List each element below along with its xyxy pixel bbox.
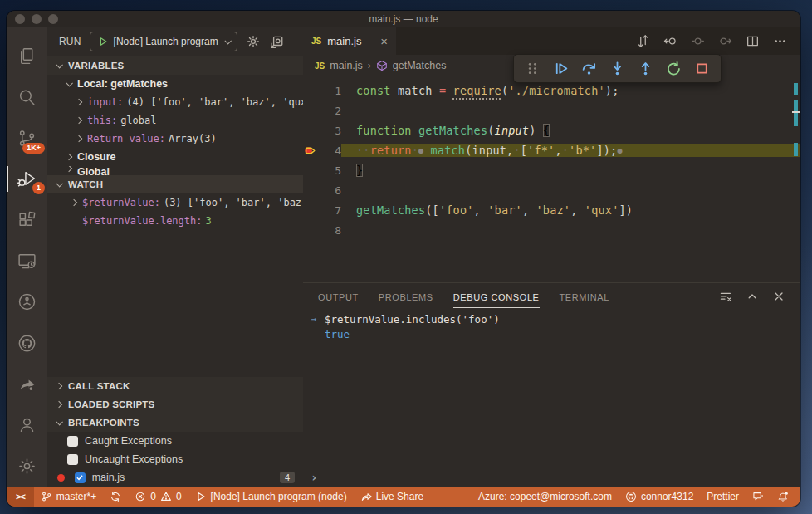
twistie-down-icon[interactable] (64, 81, 74, 86)
variable-row[interactable]: Local: getMatches (47, 75, 303, 93)
breakpoint-row[interactable]: main.js4 (47, 468, 303, 487)
activity-remote-explorer-icon[interactable] (7, 241, 47, 281)
twistie-right-icon[interactable] (74, 100, 84, 105)
line-number: 8 (317, 224, 341, 237)
status-text: [Node] Launch program (node) (211, 491, 347, 502)
activity-live-share-icon[interactable] (7, 364, 47, 404)
git-branch-status[interactable]: master*+ (34, 487, 103, 507)
code-line[interactable]: 6 (303, 180, 800, 200)
activity-source-control-icon[interactable]: 1K+ (7, 118, 47, 159)
code-text: const match = require('./micromatch'); (341, 84, 800, 97)
panel-tab-debug-console[interactable]: DEBUG CONSOLE (453, 286, 540, 308)
editor-group: JS main.js × JS main.js › getMatches 1co… (303, 27, 800, 487)
twistie-right-icon[interactable] (64, 154, 74, 159)
twistie-right-icon[interactable] (69, 200, 79, 205)
notifications-status[interactable] (770, 487, 795, 507)
checkbox-checked[interactable] (75, 472, 86, 483)
variables-section-header[interactable]: VARIABLES (47, 56, 303, 75)
split-editor--icon[interactable] (746, 34, 760, 48)
open-debug-console-icon[interactable] (269, 34, 284, 49)
watch-section-header[interactable]: WATCH (47, 175, 303, 193)
console-input[interactable]: › (303, 468, 800, 487)
step-over-icon[interactable] (578, 57, 600, 80)
maximize-panel-icon[interactable] (746, 290, 759, 303)
loaded-scripts-section-header[interactable]: LOADED SCRIPTS (47, 395, 303, 414)
azure-account-status[interactable]: Azure: copeet@microsoft.com (472, 487, 619, 507)
breakpoints-section-header[interactable]: BREAKPOINTS (47, 414, 303, 432)
breakpoint-row[interactable]: Caught Exceptions (47, 432, 303, 450)
variable-row[interactable]: Closure (47, 148, 303, 166)
breadcrumb-symbol[interactable]: getMatches (393, 60, 447, 71)
twistie-right-icon[interactable] (74, 136, 84, 141)
debug-settings-gear-icon[interactable] (246, 34, 261, 49)
remote-indicator[interactable]: >< (7, 487, 34, 507)
change-indicator-icon[interactable] (691, 34, 705, 48)
breakpoint-count-badge: 4 (280, 472, 295, 483)
breakpoint-current-arrow-icon[interactable] (303, 144, 317, 157)
sync-status[interactable] (103, 487, 128, 507)
activity-accounts-icon[interactable] (7, 404, 47, 445)
code-line-current[interactable]: 4··return·● match(input,·['f*',·'b*']);● (303, 140, 800, 160)
next-change--icon[interactable] (718, 34, 732, 48)
watch-row[interactable]: $returnValue.length: 3 (47, 212, 303, 230)
debug-console[interactable]: → $returnValue.includes('foo') true › (303, 310, 800, 487)
line-number: 3 (317, 125, 341, 137)
activity-run-and-debug-icon[interactable]: 1 (7, 159, 47, 199)
panel-tab-problems[interactable]: PROBLEMS (379, 286, 433, 308)
more-actions--icon[interactable] (773, 34, 787, 48)
variable-row[interactable]: Global (47, 166, 303, 175)
js-file-icon: JS (311, 37, 321, 46)
problems-status[interactable]: 00 (128, 487, 188, 507)
vscode-window: main.js — node 1K+1 RUN [Node] Launch pr… (7, 11, 800, 507)
live-share-status[interactable]: Live Share (354, 487, 430, 507)
panel-tab-terminal[interactable]: TERMINAL (560, 286, 609, 308)
close-panel-icon[interactable] (772, 290, 785, 303)
prettier-status[interactable]: Prettier (700, 487, 746, 507)
panel-tab-output[interactable]: OUTPUT (318, 286, 359, 308)
code-line[interactable]: 7getMatches(['foo', 'bar', 'baz', 'qux']… (303, 200, 800, 220)
code-line[interactable]: 5} (303, 160, 800, 180)
activity-search-icon[interactable] (7, 76, 47, 117)
twistie-right-icon[interactable] (64, 166, 74, 171)
run-label: RUN (59, 36, 81, 47)
breadcrumb-file[interactable]: main.js (330, 60, 363, 71)
checkbox-unchecked[interactable] (67, 454, 78, 465)
variable-value: (3) ['foo', 'bar', 'baz'] (164, 197, 303, 208)
step-into-icon[interactable] (606, 57, 629, 80)
status-text: 0 (176, 491, 182, 502)
activity-github-icon[interactable] (7, 323, 47, 364)
code-line[interactable]: 1const match = require('./micromatch'); (303, 81, 800, 100)
close-tab-icon[interactable]: × (380, 35, 388, 47)
activity-extensions-icon[interactable] (7, 199, 47, 240)
clear-console-icon[interactable] (719, 290, 732, 303)
tab-main-js[interactable]: JS main.js × (303, 27, 396, 55)
step-out-icon[interactable] (634, 57, 657, 80)
activity-settings-icon[interactable] (7, 446, 47, 487)
variable-row[interactable]: Return value: Array(3) (47, 130, 303, 148)
debug-launch-status[interactable]: [Node] Launch program (node) (188, 487, 354, 507)
compare-changes--icon[interactable] (636, 34, 650, 48)
drag-handle-icon[interactable] (521, 57, 544, 80)
console-result-row: true (303, 326, 800, 341)
feedback-status[interactable] (746, 487, 770, 507)
code-line[interactable]: 3function getMatches(input) { (303, 120, 800, 140)
watch-row[interactable]: $returnValue: (3) ['foo', 'bar', 'baz'] (47, 193, 303, 212)
breakpoint-row[interactable]: Uncaught Exceptions (47, 450, 303, 468)
previous-change--icon[interactable] (663, 34, 677, 48)
twistie-right-icon[interactable] (74, 118, 84, 123)
code-editor[interactable]: 1const match = require('./micromatch');2… (303, 76, 800, 282)
restart-icon[interactable] (663, 57, 685, 80)
variable-row[interactable]: input: (4) ['foo', 'bar', 'baz', 'qux'] (47, 93, 303, 111)
activity-runner-icon[interactable] (7, 281, 47, 322)
launch-config-dropdown[interactable]: [Node] Launch program (90, 32, 237, 51)
code-line[interactable]: 2 (303, 100, 800, 120)
continue-icon[interactable] (550, 57, 572, 80)
call-stack-section-header[interactable]: CALL STACK (47, 377, 303, 395)
code-line[interactable]: 8 (303, 220, 800, 240)
checkbox-unchecked[interactable] (67, 436, 78, 447)
activity-explorer-icon[interactable] (7, 36, 47, 76)
start-debug-icon[interactable] (97, 36, 109, 47)
variable-row[interactable]: this: global (47, 111, 303, 130)
github-account-status[interactable]: connor4312 (619, 487, 700, 507)
stop-icon[interactable] (691, 57, 713, 80)
